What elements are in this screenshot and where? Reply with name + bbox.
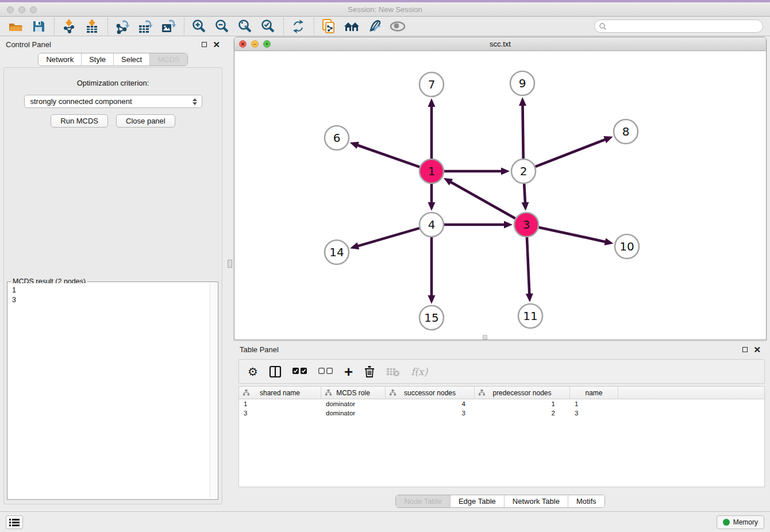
cell-shared-name[interactable]: 3 xyxy=(239,408,321,418)
table-row[interactable]: 3 dominator 3 2 3 xyxy=(239,408,764,418)
graph-edge-arrowhead xyxy=(350,142,359,149)
optimization-criterion-dropdown[interactable]: strongly connected component xyxy=(24,95,202,108)
column-header-name[interactable]: name xyxy=(570,387,618,399)
dropdown-arrows-icon xyxy=(192,98,197,105)
export-table-button[interactable] xyxy=(137,18,154,34)
duplicate-network-button[interactable] xyxy=(320,18,337,34)
network-graph[interactable]: 7968124314101511 xyxy=(234,51,767,340)
graph-edge-2-9[interactable] xyxy=(522,105,523,159)
style-toggle-button[interactable] xyxy=(366,18,383,34)
graph-edge-arrowhead xyxy=(428,295,436,304)
table-settings-button[interactable]: ⚙ xyxy=(248,366,258,377)
search-icon xyxy=(599,22,607,30)
task-history-button[interactable] xyxy=(6,515,23,529)
cell-predecessor-nodes[interactable]: 1 xyxy=(475,399,570,408)
graph-node-label: 6 xyxy=(333,131,341,145)
graph-edge-1-6[interactable] xyxy=(357,145,419,167)
graph-edge-4-14[interactable] xyxy=(357,228,419,246)
tab-network-table[interactable]: Network Table xyxy=(505,495,568,507)
delete-row-button[interactable] xyxy=(364,365,375,378)
select-all-button[interactable] xyxy=(292,368,307,375)
export-table-icon xyxy=(138,19,153,34)
zoom-in-button[interactable] xyxy=(190,18,207,34)
column-type-icon xyxy=(243,390,249,396)
import-network-button[interactable] xyxy=(60,18,78,34)
eye-button[interactable] xyxy=(389,18,406,34)
column-header-mcds-role[interactable]: MCDS role xyxy=(321,387,386,399)
panel-splitter-handle[interactable] xyxy=(228,260,232,268)
mcds-result-text[interactable]: 1 3 xyxy=(9,283,210,498)
close-table-panel-icon[interactable]: ✕ xyxy=(753,345,761,354)
control-panel: Control Panel ✕ Network Style Select MCD… xyxy=(0,37,226,510)
cell-shared-name[interactable]: 1 xyxy=(239,399,321,408)
tab-select[interactable]: Select xyxy=(114,53,150,65)
table-bottom-tabs: Node Table Edge Table Network Table Moti… xyxy=(234,495,767,508)
network-canvas[interactable]: 7968124314101511 xyxy=(234,51,767,340)
graph-edge-3-1[interactable] xyxy=(450,182,515,218)
network-view-window: ✕ − + scc.txt 7968124314101511 xyxy=(234,37,767,340)
cell-mcds-role[interactable]: dominator xyxy=(321,408,386,418)
cell-name[interactable]: 3 xyxy=(570,408,618,418)
canvas-scroll-handle[interactable] xyxy=(483,335,487,340)
column-header-successor-nodes[interactable]: successor nodes xyxy=(386,387,475,399)
cell-successor-nodes[interactable]: 3 xyxy=(386,408,475,418)
cell-name[interactable]: 1 xyxy=(570,399,618,408)
cell-successor-nodes[interactable]: 4 xyxy=(386,399,475,408)
split-columns-button[interactable] xyxy=(269,365,282,378)
memory-button[interactable]: Memory xyxy=(717,515,764,529)
zoom-selected-button[interactable] xyxy=(259,18,276,34)
tab-style[interactable]: Style xyxy=(82,53,114,65)
window-title: Session: New Session xyxy=(0,5,770,14)
tab-edge-table[interactable]: Edge Table xyxy=(451,495,505,507)
column-type-icon xyxy=(390,390,396,396)
gear-icon: ⚙ xyxy=(248,366,258,377)
column-header-shared-name[interactable]: shared name xyxy=(239,387,321,399)
search-field[interactable] xyxy=(594,20,763,33)
open-session-button[interactable] xyxy=(7,18,24,34)
float-table-panel-icon[interactable] xyxy=(742,347,748,352)
table-panel-title: Table Panel xyxy=(240,345,742,354)
delete-table-icon xyxy=(386,367,400,377)
houses-button[interactable] xyxy=(343,18,360,34)
search-input[interactable] xyxy=(607,21,763,32)
graph-edge-arrowhead xyxy=(428,202,436,211)
control-panel-title: Control Panel xyxy=(6,40,202,49)
graph-edge-arrowhead xyxy=(501,168,510,175)
network-window-title: scc.txt xyxy=(234,40,766,48)
save-session-button[interactable] xyxy=(30,18,47,34)
zoom-out-button[interactable] xyxy=(213,18,230,34)
status-bar: Memory xyxy=(0,511,770,532)
export-network-button[interactable] xyxy=(114,18,131,34)
table-row[interactable]: 1 dominator 4 1 1 xyxy=(239,399,764,408)
column-header-predecessor-nodes[interactable]: predecessor nodes xyxy=(475,387,570,399)
tab-network[interactable]: Network xyxy=(38,53,82,65)
graph-node-label: 14 xyxy=(329,245,344,259)
import-table-button[interactable] xyxy=(83,18,101,34)
export-image-button[interactable] xyxy=(160,18,177,34)
clear-selection-button[interactable] xyxy=(318,368,333,375)
graph-edge-2-8[interactable] xyxy=(536,139,606,167)
cell-mcds-role[interactable]: dominator xyxy=(321,399,386,408)
add-row-button[interactable]: + xyxy=(344,366,353,377)
graph-edge-2-3[interactable] xyxy=(524,184,525,203)
float-panel-icon[interactable] xyxy=(202,42,207,47)
tab-motifs[interactable]: Motifs xyxy=(568,495,605,507)
graph-edge-arrowhead xyxy=(521,202,529,211)
cell-predecessor-nodes[interactable]: 2 xyxy=(475,408,570,418)
graph-edge-3-11[interactable] xyxy=(527,237,529,295)
tab-mcds[interactable]: MCDS xyxy=(150,53,187,65)
zoom-fit-button[interactable] xyxy=(236,18,253,34)
mcds-result-box: MCDS result (2 nodes) 1 3 xyxy=(7,282,218,500)
close-panel-button[interactable]: Close panel xyxy=(116,114,175,128)
network-window-titlebar[interactable]: ✕ − + scc.txt xyxy=(234,37,766,51)
tab-node-table[interactable]: Node Table xyxy=(396,495,451,507)
graph-node-label: 10 xyxy=(619,240,634,253)
run-mcds-button[interactable]: Run MCDS xyxy=(51,114,108,128)
node-table: shared name MCDS role successor nodes pr… xyxy=(238,386,765,487)
graph-edge-3-10[interactable] xyxy=(538,228,606,242)
result-scrollbar[interactable] xyxy=(210,283,217,498)
close-panel-icon[interactable]: ✕ xyxy=(213,40,220,49)
import-table-icon xyxy=(86,19,98,34)
refresh-layout-button[interactable] xyxy=(290,18,307,34)
export-network-icon xyxy=(115,19,130,34)
